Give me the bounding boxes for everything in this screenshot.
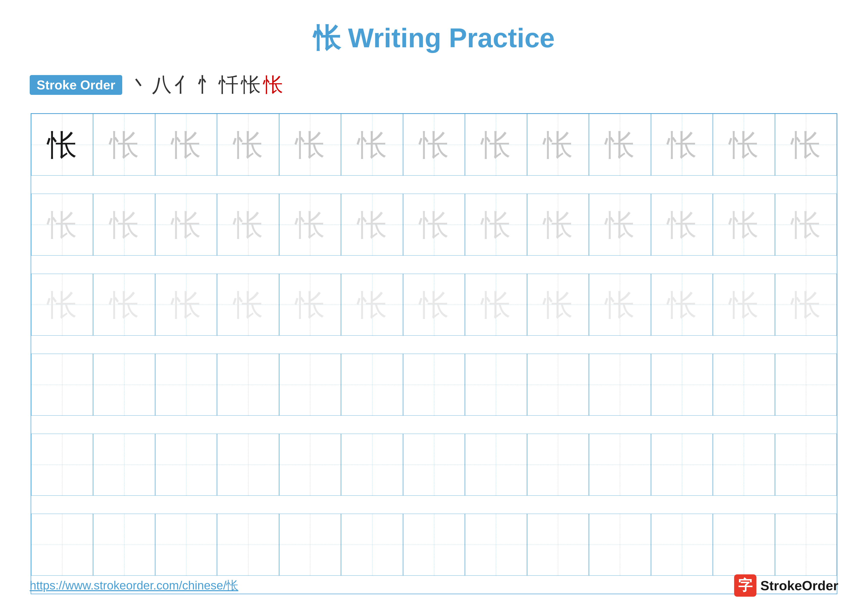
grid-cell-r3c10[interactable]: 怅 xyxy=(589,274,651,336)
grid-cell-r1c5[interactable]: 怅 xyxy=(279,114,341,176)
grid-cell-r1c8[interactable]: 怅 xyxy=(465,114,527,176)
grid-cell-r1c2[interactable]: 怅 xyxy=(93,114,155,176)
footer-logo-text: StrokeOrder xyxy=(760,578,838,593)
grid-cell-r1c11[interactable]: 怅 xyxy=(651,114,713,176)
grid-cell-r3c3[interactable]: 怅 xyxy=(155,274,217,336)
grid-cell-r5c11[interactable] xyxy=(651,434,713,496)
grid-cell-r2c11[interactable]: 怅 xyxy=(651,194,713,256)
grid-cell-r6c11[interactable] xyxy=(651,514,713,576)
grid-cell-r4c3[interactable] xyxy=(155,354,217,416)
grid-cell-r2c8[interactable]: 怅 xyxy=(465,194,527,256)
grid-cell-r1c3[interactable]: 怅 xyxy=(155,114,217,176)
grid-cell-r5c1[interactable] xyxy=(31,434,93,496)
grid-cell-r6c4[interactable] xyxy=(217,514,279,576)
grid-cell-r6c10[interactable] xyxy=(589,514,651,576)
grid-cell-r2c7[interactable]: 怅 xyxy=(403,194,465,256)
footer-url[interactable]: https://www.strokeorder.com/chinese/怅 xyxy=(30,578,238,594)
grid-cell-r5c6[interactable] xyxy=(341,434,403,496)
grid-cell-r6c8[interactable] xyxy=(465,514,527,576)
grid-cell-r5c8[interactable] xyxy=(465,434,527,496)
grid-cell-r6c1[interactable] xyxy=(31,514,93,576)
grid-cell-r6c9[interactable] xyxy=(527,514,589,576)
stroke-3: 亻 xyxy=(174,72,194,98)
grid-cell-r3c4[interactable]: 怅 xyxy=(217,274,279,336)
grid-cell-r4c12[interactable] xyxy=(713,354,775,416)
grid-cell-r1c6[interactable]: 怅 xyxy=(341,114,403,176)
grid-cell-r1c10[interactable]: 怅 xyxy=(589,114,651,176)
grid-cell-r1c13[interactable]: 怅 xyxy=(775,114,837,176)
stroke-5: 忏 xyxy=(219,72,239,98)
grid-cell-r6c7[interactable] xyxy=(403,514,465,576)
grid-cell-r4c10[interactable] xyxy=(589,354,651,416)
grid-cell-r3c11[interactable]: 怅 xyxy=(651,274,713,336)
grid-cell-r6c6[interactable] xyxy=(341,514,403,576)
grid-cell-r6c12[interactable] xyxy=(713,514,775,576)
grid-cell-r1c12[interactable]: 怅 xyxy=(713,114,775,176)
stroke-order-row: Stroke Order 丶 八 亻 忄 忏 怅 怅 xyxy=(30,72,283,98)
grid-cell-r1c7[interactable]: 怅 xyxy=(403,114,465,176)
grid-cell-r1c4[interactable]: 怅 xyxy=(217,114,279,176)
grid-cell-r2c9[interactable]: 怅 xyxy=(527,194,589,256)
grid-cell-r3c2[interactable]: 怅 xyxy=(93,274,155,336)
grid-cell-r3c6[interactable]: 怅 xyxy=(341,274,403,336)
page-title: 怅 Writing Practice xyxy=(313,20,555,57)
stroke-6: 怅 xyxy=(241,72,261,98)
grid-cell-r2c3[interactable]: 怅 xyxy=(155,194,217,256)
grid-cell-r1c1[interactable]: 怅 xyxy=(31,114,93,176)
grid-cell-r4c7[interactable] xyxy=(403,354,465,416)
grid-cell-r5c7[interactable] xyxy=(403,434,465,496)
grid-cell-r2c6[interactable]: 怅 xyxy=(341,194,403,256)
grid-cell-r3c12[interactable]: 怅 xyxy=(713,274,775,336)
grid-cell-r6c5[interactable] xyxy=(279,514,341,576)
grid-cell-r3c7[interactable]: 怅 xyxy=(403,274,465,336)
char-dark: 怅 xyxy=(47,130,77,160)
grid-cell-r2c4[interactable]: 怅 xyxy=(217,194,279,256)
grid-cell-r4c6[interactable] xyxy=(341,354,403,416)
grid-cell-r3c13[interactable]: 怅 xyxy=(775,274,837,336)
grid-cell-r3c5[interactable]: 怅 xyxy=(279,274,341,336)
stroke-1: 丶 xyxy=(130,72,149,98)
grid-cell-r5c9[interactable] xyxy=(527,434,589,496)
stroke-2: 八 xyxy=(152,72,172,98)
grid-cell-r4c11[interactable] xyxy=(651,354,713,416)
grid-cell-r2c5[interactable]: 怅 xyxy=(279,194,341,256)
footer-logo: 字 StrokeOrder xyxy=(734,574,838,597)
grid-cell-r3c8[interactable]: 怅 xyxy=(465,274,527,336)
grid-cell-r4c8[interactable] xyxy=(465,354,527,416)
grid-cell-r3c1[interactable]: 怅 xyxy=(31,274,93,336)
grid-cell-r5c3[interactable] xyxy=(155,434,217,496)
practice-grid: 怅 怅 怅 怅 怅 怅 怅 怅 怅 怅 怅 怅 怅 怅 怅 怅 怅 怅 怅 怅 … xyxy=(31,113,837,594)
stroke-order-badge: Stroke Order xyxy=(30,75,122,95)
grid-cell-r5c12[interactable] xyxy=(713,434,775,496)
grid-cell-r5c5[interactable] xyxy=(279,434,341,496)
grid-cell-r2c2[interactable]: 怅 xyxy=(93,194,155,256)
grid-cell-r6c2[interactable] xyxy=(93,514,155,576)
grid-cell-r2c13[interactable]: 怅 xyxy=(775,194,837,256)
grid-cell-r5c13[interactable] xyxy=(775,434,837,496)
strokeorder-logo-icon: 字 xyxy=(734,574,756,597)
grid-cell-r4c13[interactable] xyxy=(775,354,837,416)
grid-cell-r4c5[interactable] xyxy=(279,354,341,416)
grid-cell-r5c10[interactable] xyxy=(589,434,651,496)
grid-cell-r4c2[interactable] xyxy=(93,354,155,416)
grid-cell-r4c9[interactable] xyxy=(527,354,589,416)
grid-cell-r4c4[interactable] xyxy=(217,354,279,416)
grid-cell-r3c9[interactable]: 怅 xyxy=(527,274,589,336)
grid-cell-r6c3[interactable] xyxy=(155,514,217,576)
stroke-7: 怅 xyxy=(263,72,283,98)
grid-cell-r2c12[interactable]: 怅 xyxy=(713,194,775,256)
stroke-sequence: 丶 八 亻 忄 忏 怅 怅 xyxy=(130,72,283,98)
grid-cell-r5c2[interactable] xyxy=(93,434,155,496)
grid-cell-r4c1[interactable] xyxy=(31,354,93,416)
grid-cell-r1c9[interactable]: 怅 xyxy=(527,114,589,176)
grid-cell-r6c13[interactable] xyxy=(775,514,837,576)
grid-cell-r5c4[interactable] xyxy=(217,434,279,496)
footer: https://www.strokeorder.com/chinese/怅 字 … xyxy=(30,574,838,597)
stroke-4: 忄 xyxy=(197,72,216,98)
grid-cell-r2c10[interactable]: 怅 xyxy=(589,194,651,256)
grid-cell-r2c1[interactable]: 怅 xyxy=(31,194,93,256)
